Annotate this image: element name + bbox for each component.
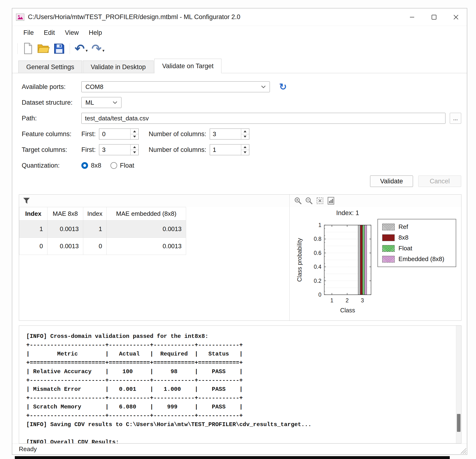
legend-label: Ref: [399, 223, 408, 231]
target-num-spin-buttons: [241, 144, 249, 155]
spin-up-icon: [133, 130, 136, 132]
quantization-float-radio[interactable]: Float: [110, 162, 134, 169]
table-row[interactable]: 0 0.0013 0 0.0013: [19, 238, 186, 255]
target-num-increment-button[interactable]: [241, 144, 249, 150]
feature-num-increment-button[interactable]: [241, 129, 249, 134]
tab-validate-on-target[interactable]: Validate on Target: [154, 59, 221, 73]
spin-up-icon: [244, 130, 246, 132]
target-first-increment-button[interactable]: [130, 144, 138, 150]
validate-button[interactable]: Validate: [370, 175, 413, 187]
quantization-label: Quantization:: [22, 162, 81, 169]
menu-view[interactable]: View: [60, 28, 84, 38]
redo-dropdown-caret-icon[interactable]: ▾: [102, 48, 104, 56]
dataset-structure-select[interactable]: ML: [81, 97, 121, 108]
column-header-mae-8x8[interactable]: MAE 8x8: [48, 207, 83, 221]
minimize-button[interactable]: [401, 8, 423, 26]
quantization-8x8-radio[interactable]: 8x8: [81, 162, 102, 169]
minimize-icon: [409, 14, 415, 20]
feature-num-spin-buttons: [241, 129, 249, 139]
log-scrollbar[interactable]: [456, 326, 461, 443]
status-bar: Ready: [12, 443, 467, 454]
tab-validate-in-desktop[interactable]: Validate in Desktop: [83, 61, 154, 73]
tab-strip: General Settings Validate in Desktop Val…: [12, 58, 467, 73]
mae-results-table: Index MAE 8x8 Index MAE embedded (8x8) 1…: [19, 207, 186, 255]
menu-help[interactable]: Help: [84, 28, 107, 38]
log-scrollbar-thumb[interactable]: [457, 414, 460, 432]
filter-icon[interactable]: [22, 197, 31, 205]
window-title: C:/Users/Horia/mtw/TEST_PROFILER/design.…: [28, 13, 240, 21]
save-button[interactable]: [53, 42, 65, 56]
feature-first-input[interactable]: [99, 129, 130, 139]
fit-view-icon[interactable]: [316, 197, 324, 205]
svg-text:Class: Class: [340, 307, 355, 314]
legend-swatch: [382, 256, 395, 263]
new-file-button[interactable]: [22, 42, 34, 56]
target-num-decrement-button[interactable]: [241, 150, 249, 155]
chevron-down-icon: [261, 85, 266, 88]
log-panel: [INFO] Cross-domain validation passed fo…: [19, 325, 461, 443]
feature-first-decrement-button[interactable]: [130, 134, 138, 140]
close-icon: [453, 14, 459, 20]
toolbar-separator: [70, 43, 70, 54]
radio-unchecked-icon: [110, 162, 117, 169]
status-text: Ready: [19, 445, 37, 453]
browse-button[interactable]: ...: [450, 113, 461, 124]
close-button[interactable]: [445, 8, 467, 26]
redo-button[interactable]: ↷ ▾: [91, 42, 104, 56]
feature-num-input[interactable]: [210, 129, 241, 139]
feature-first-increment-button[interactable]: [130, 129, 138, 134]
spin-down-icon: [133, 136, 136, 138]
target-num-input[interactable]: [210, 144, 241, 155]
refresh-ports-button[interactable]: ↻: [277, 81, 289, 93]
resize-grip[interactable]: [460, 448, 466, 454]
results-table-toolbar: [19, 195, 290, 207]
zoom-in-icon[interactable]: [294, 197, 302, 205]
legend-label: Float: [399, 245, 412, 252]
cell: 0.0013: [107, 221, 186, 238]
feature-num-spinbox: [210, 128, 249, 140]
path-row: Path: ...: [22, 111, 461, 126]
save-floppy-icon: [53, 43, 65, 54]
open-file-button[interactable]: [37, 42, 50, 56]
column-header-mae-embedded[interactable]: MAE embedded (8x8): [107, 207, 186, 221]
undo-icon: ↶: [75, 43, 85, 55]
target-columns-label: Target columns:: [22, 146, 81, 154]
available-ports-value: COM8: [85, 83, 103, 91]
spin-up-icon: [133, 146, 136, 148]
table-row[interactable]: 1 0.0013 1 0.0013: [19, 221, 186, 238]
undo-button[interactable]: ↶ ▾: [75, 42, 88, 56]
svg-text:0.4: 0.4: [314, 264, 321, 270]
column-header-index-2[interactable]: Index: [83, 207, 107, 221]
chart-area: Index: 100.20.40.60.81123ClassClass prob…: [290, 207, 461, 320]
export-chart-icon[interactable]: [327, 197, 335, 205]
chevron-down-icon: [113, 101, 117, 104]
available-ports-select[interactable]: COM8: [81, 81, 270, 92]
feature-columns-label: Feature columns:: [22, 130, 81, 138]
menubar: File Edit View Help: [12, 26, 467, 39]
svg-text:0.6: 0.6: [314, 250, 321, 256]
tab-general-settings[interactable]: General Settings: [18, 61, 82, 73]
maximize-button[interactable]: [423, 8, 445, 26]
cell: 0.0013: [48, 221, 83, 238]
titlebar: C:/Users/Horia/mtw/TEST_PROFILER/design.…: [12, 8, 467, 26]
refresh-icon: ↻: [279, 82, 287, 92]
undo-dropdown-caret-icon[interactable]: ▾: [86, 48, 88, 56]
menu-edit[interactable]: Edit: [39, 28, 60, 38]
path-label: Path:: [22, 115, 81, 122]
svg-text:Index: 1: Index: 1: [336, 209, 359, 217]
cell: 0.0013: [107, 238, 186, 255]
path-input[interactable]: [81, 113, 445, 124]
target-first-decrement-button[interactable]: [130, 150, 138, 155]
feature-num-decrement-button[interactable]: [241, 134, 249, 140]
redo-icon: ↷: [91, 43, 102, 55]
column-header-index[interactable]: Index: [19, 207, 48, 221]
svg-text:0.2: 0.2: [314, 278, 321, 284]
target-first-input[interactable]: [99, 144, 130, 155]
cell: 0: [83, 238, 107, 255]
menu-file[interactable]: File: [18, 28, 39, 38]
dataset-structure-value: ML: [85, 99, 94, 106]
zoom-out-icon[interactable]: [305, 197, 313, 205]
radio-checked-icon: [81, 162, 88, 169]
app-window: C:/Users/Horia/mtw/TEST_PROFILER/design.…: [12, 8, 467, 455]
svg-text:2: 2: [346, 297, 349, 304]
